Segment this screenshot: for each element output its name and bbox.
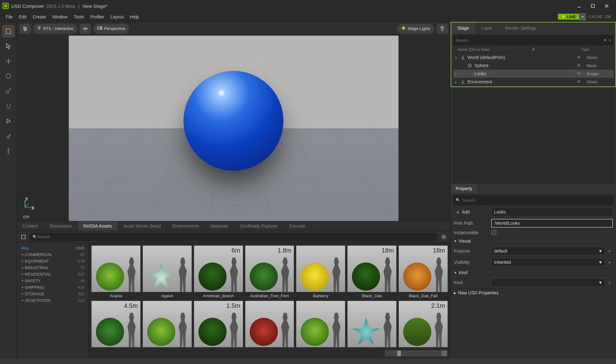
live-button[interactable]: ⚡LIVE bbox=[558, 14, 579, 20]
window-maximize-button[interactable] bbox=[586, 0, 600, 12]
asset-card[interactable] bbox=[143, 301, 192, 347]
category-industrial[interactable]: + INDUSTRIAL75 bbox=[17, 264, 88, 271]
tool-move[interactable] bbox=[2, 55, 15, 67]
asset-card[interactable]: 1.5m bbox=[194, 301, 243, 347]
asset-settings-button[interactable] bbox=[440, 233, 448, 241]
asset-thumbnail[interactable]: 18m bbox=[347, 245, 397, 292]
window-minimize-button[interactable] bbox=[572, 0, 586, 12]
visibility-toggle[interactable]: 👁 bbox=[577, 71, 584, 76]
category-vegetation[interactable]: + VEGETATION103 bbox=[17, 297, 88, 304]
pin-button[interactable] bbox=[437, 24, 448, 34]
viewport[interactable]: Y X cm bbox=[17, 36, 450, 221]
category-storage[interactable]: + STORAGE382 bbox=[17, 291, 88, 297]
menu-file[interactable]: File bbox=[3, 13, 16, 21]
menu-create[interactable]: Create bbox=[30, 13, 49, 21]
asset-card[interactable]: Agave bbox=[143, 245, 192, 299]
tab-stage[interactable]: Stage bbox=[451, 22, 475, 34]
prim-name-field[interactable]: Looks bbox=[491, 208, 613, 216]
tool-pointer[interactable] bbox=[2, 40, 15, 52]
asset-card[interactable] bbox=[347, 301, 397, 347]
asset-thumbnail[interactable] bbox=[296, 301, 345, 347]
render-mode-dropdown[interactable]: RTX - Interactive bbox=[33, 24, 77, 34]
expand-toggle[interactable]: ▸ bbox=[455, 80, 460, 84]
add-property-button[interactable]: ＋Add bbox=[454, 208, 488, 216]
purpose-select[interactable]: default▼ bbox=[491, 247, 605, 255]
tool-scale[interactable] bbox=[2, 85, 15, 97]
kind-select[interactable]: ▼ bbox=[491, 278, 605, 287]
asset-card[interactable]: 6mAmerican_Beech bbox=[194, 245, 243, 299]
tab-content[interactable]: Content bbox=[17, 221, 44, 231]
section-raw-usd[interactable]: ▶Raw USD Properties bbox=[451, 288, 616, 297]
visibility-toggle[interactable]: 👁 bbox=[577, 79, 584, 84]
purpose-reset-button[interactable]: ■ bbox=[608, 249, 613, 253]
asset-thumbnail[interactable]: 1.5m bbox=[194, 301, 243, 347]
kind-reset-button[interactable]: ■ bbox=[608, 281, 613, 284]
viewport-canvas[interactable] bbox=[69, 36, 398, 221]
stage-tree-row[interactable]: ▾World (defaultPrim)👁Xform bbox=[453, 53, 613, 61]
asset-card[interactable]: Barberry bbox=[296, 245, 345, 299]
tab-environments[interactable]: Environments bbox=[167, 221, 205, 231]
asset-card[interactable]: 18mBlack_Oak bbox=[347, 245, 397, 299]
expand-toggle[interactable]: ▾ bbox=[455, 56, 460, 60]
live-dropdown[interactable]: ▾ bbox=[579, 13, 586, 21]
section-kind[interactable]: ▼Kind bbox=[451, 268, 616, 277]
asset-card[interactable] bbox=[296, 301, 345, 347]
stage-lights-dropdown[interactable]: Stage Lights bbox=[397, 24, 434, 34]
viewport-settings-button[interactable] bbox=[19, 24, 31, 34]
category-residential[interactable]: + RESIDENTIAL507 bbox=[17, 271, 88, 278]
menu-layout[interactable]: Layout bbox=[108, 13, 127, 21]
asset-thumbnail[interactable]: 2.1m bbox=[398, 301, 448, 347]
tool-play[interactable] bbox=[2, 115, 15, 127]
menu-window[interactable]: Window bbox=[49, 13, 71, 21]
tab-nvidia-assets[interactable]: NVIDIA Assets bbox=[78, 221, 118, 231]
menu-profiler[interactable]: Profiler bbox=[87, 13, 107, 21]
asset-card[interactable]: 4.5m bbox=[91, 301, 141, 347]
stage-tree-row[interactable]: ▸Looks👁Scope bbox=[453, 70, 613, 78]
asset-card[interactable]: 2.1m bbox=[398, 301, 448, 347]
tool-rotate[interactable] bbox=[2, 70, 15, 82]
category-equipment[interactable]: + EQUIPMENT176 bbox=[17, 258, 88, 264]
menu-help[interactable]: Help bbox=[127, 13, 142, 21]
category-safety[interactable]: + SAFETY46 bbox=[17, 278, 88, 284]
tab-simready[interactable]: SimReady Explorer bbox=[234, 221, 284, 231]
tool-snap[interactable] bbox=[2, 100, 15, 112]
asset-thumbnail[interactable] bbox=[91, 245, 141, 292]
category-shipping[interactable]: + SHIPPING434 bbox=[17, 284, 88, 291]
visibility-reset-button[interactable]: ■ bbox=[608, 260, 613, 264]
tool-brush[interactable] bbox=[2, 130, 15, 142]
tab-property[interactable]: Property bbox=[451, 184, 477, 193]
stage-search-input[interactable] bbox=[456, 38, 601, 43]
property-search-input[interactable] bbox=[462, 198, 611, 203]
tab-layer[interactable]: Layer bbox=[475, 22, 499, 34]
asset-thumbnail[interactable] bbox=[245, 301, 294, 347]
expand-toggle[interactable]: ▸ bbox=[455, 72, 460, 76]
stage-tree-row[interactable]: Sphere👁Mesh bbox=[453, 61, 613, 70]
asset-card[interactable]: Acacia bbox=[91, 245, 141, 299]
asset-thumbnail[interactable] bbox=[296, 245, 345, 292]
prim-path-field[interactable]: /World/Looks bbox=[491, 219, 613, 228]
asset-card[interactable] bbox=[245, 301, 294, 347]
tab-showcases[interactable]: Showcases bbox=[44, 221, 78, 231]
tool-select-cube[interactable] bbox=[2, 25, 15, 37]
tab-asset-stores[interactable]: Asset Stores (beta) bbox=[118, 221, 167, 231]
category-all[interactable]: ALL1805 bbox=[17, 245, 88, 251]
asset-thumbnail[interactable]: 18m bbox=[398, 245, 448, 292]
camera-dropdown[interactable]: Perspective bbox=[93, 24, 129, 34]
filter-icon[interactable]: ▼ bbox=[603, 38, 607, 42]
asset-zoom-slider[interactable] bbox=[385, 350, 447, 357]
asset-thumbnail[interactable] bbox=[347, 301, 397, 347]
options-icon[interactable]: ≡ bbox=[609, 38, 611, 42]
menu-edit[interactable]: Edit bbox=[16, 13, 30, 21]
visibility-toggle[interactable]: 👁 bbox=[577, 63, 584, 68]
tab-render-settings[interactable]: Render Settings bbox=[499, 22, 543, 34]
tab-materials[interactable]: Materials bbox=[205, 221, 234, 231]
asset-thumbnail[interactable] bbox=[143, 245, 192, 292]
asset-card[interactable]: 1.8mAustralian_Tree_Fern bbox=[245, 245, 294, 299]
asset-thumbnail[interactable]: 4.5m bbox=[91, 301, 141, 347]
tool-measure[interactable] bbox=[2, 145, 15, 157]
category-commercial[interactable]: + COMMERCIAL82 bbox=[17, 251, 88, 258]
visibility-toggle[interactable]: 👁 bbox=[577, 55, 584, 60]
asset-filter-button[interactable] bbox=[19, 233, 28, 241]
asset-search-input[interactable] bbox=[37, 234, 435, 239]
asset-thumbnail[interactable]: 1.8m bbox=[245, 245, 294, 292]
